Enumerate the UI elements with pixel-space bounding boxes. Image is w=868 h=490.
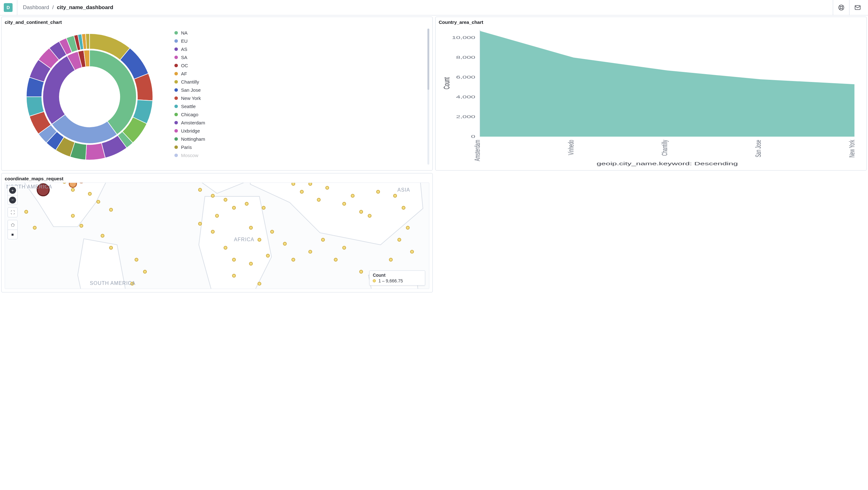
- legend-item[interactable]: San Jose: [175, 86, 429, 94]
- svg-point-31: [80, 224, 83, 227]
- svg-point-47: [198, 188, 202, 191]
- legend-swatch-icon: [175, 105, 178, 108]
- svg-point-34: [135, 258, 138, 261]
- svg-point-75: [394, 194, 397, 197]
- map-legend-row: 1 – 9,666.75: [373, 278, 403, 283]
- svg-point-51: [215, 214, 218, 217]
- legend-item[interactable]: NA: [175, 29, 429, 37]
- map-legend: Count 1 – 9,666.75: [369, 270, 425, 286]
- legend-swatch-icon: [175, 47, 178, 51]
- legend-item[interactable]: Paris: [175, 143, 429, 151]
- svg-point-52: [198, 222, 202, 225]
- svg-point-84: [283, 242, 286, 245]
- svg-text:Vinhedo: Vinhedo: [567, 140, 575, 155]
- map-legend-title: Count: [373, 273, 403, 277]
- legend-scrollbar[interactable]: [427, 29, 429, 165]
- legend-item[interactable]: EU: [175, 37, 429, 45]
- legend-swatch-icon: [175, 113, 178, 116]
- panel-country-area: Country_area_chart 02,0004,0006,0008,000…: [435, 17, 867, 170]
- legend-swatch-icon: [175, 31, 178, 35]
- mail-icon: [854, 4, 861, 11]
- svg-point-65: [309, 183, 312, 185]
- legend-label: OC: [181, 63, 188, 68]
- zoom-controls: + −: [7, 185, 18, 205]
- legend-item[interactable]: Uxbridge: [175, 127, 429, 135]
- legend-item[interactable]: Chantilly: [175, 77, 429, 86]
- svg-point-78: [398, 238, 401, 241]
- legend-swatch-icon: [175, 39, 178, 43]
- app-header: D Dashboard / city_name_dashboard: [0, 0, 868, 15]
- svg-point-81: [249, 226, 252, 229]
- svg-point-29: [110, 208, 113, 211]
- svg-point-85: [266, 254, 269, 257]
- legend-label: AS: [181, 46, 187, 52]
- svg-point-83: [271, 230, 274, 233]
- area-chart[interactable]: 02,0004,0006,0008,00010,000CountAmsterda…: [439, 26, 863, 167]
- svg-point-80: [390, 258, 393, 261]
- legend-label: Amsterdam: [181, 120, 205, 125]
- legend-item[interactable]: SA: [175, 53, 429, 61]
- svg-point-36: [131, 282, 134, 285]
- legend-item[interactable]: AF: [175, 69, 429, 77]
- app-logo[interactable]: D: [4, 3, 12, 12]
- svg-point-73: [376, 190, 380, 194]
- legend-item[interactable]: New York: [175, 94, 429, 102]
- legend-item[interactable]: AS: [175, 45, 429, 53]
- zoom-in-button[interactable]: +: [8, 186, 17, 195]
- panel-body[interactable]: NORTH AMERICA ASIA AFRICA SOUTH AMERICA …: [5, 183, 429, 289]
- svg-text:Chantilly: Chantilly: [660, 140, 669, 156]
- world-map[interactable]: [5, 183, 429, 289]
- svg-point-1: [840, 6, 842, 8]
- svg-line-3: [842, 6, 843, 7]
- legend-item[interactable]: Moscow: [175, 151, 429, 159]
- legend-swatch-icon: [175, 154, 178, 157]
- svg-point-87: [232, 274, 236, 277]
- svg-point-103: [69, 183, 76, 188]
- zoom-out-button[interactable]: −: [8, 195, 17, 204]
- map-legend-dot-icon: [373, 279, 376, 282]
- svg-point-88: [258, 282, 261, 285]
- svg-point-57: [262, 206, 265, 209]
- svg-point-101: [37, 184, 49, 196]
- donut-chart[interactable]: [5, 26, 175, 167]
- legend-label: SA: [181, 55, 187, 60]
- lifebuoy-icon: [838, 4, 845, 11]
- legend-item[interactable]: OC: [175, 61, 429, 69]
- breadcrumb-root[interactable]: Dashboard: [23, 4, 49, 11]
- svg-point-67: [326, 186, 329, 189]
- fit-bounds-button[interactable]: ⛶: [8, 208, 17, 217]
- help-button[interactable]: [833, 0, 849, 15]
- svg-point-25: [63, 183, 66, 184]
- svg-point-48: [211, 194, 214, 197]
- legend-swatch-icon: [175, 80, 178, 84]
- legend-item[interactable]: Nottingham: [175, 135, 429, 143]
- map-controls: + − ⛶ ⬠ ■: [7, 185, 18, 241]
- panel-title: Country_area_chart: [439, 20, 863, 25]
- header-divider: [17, 0, 17, 15]
- fit-control: ⛶: [7, 207, 18, 217]
- legend-swatch-icon: [175, 72, 178, 75]
- legend-label: Nottingham: [181, 136, 205, 142]
- draw-polygon-button[interactable]: ⬠: [8, 220, 17, 230]
- legend-item[interactable]: Amsterdam: [175, 119, 429, 127]
- svg-point-92: [321, 238, 324, 241]
- panel-body: 02,0004,0006,0008,00010,000CountAmsterda…: [439, 26, 863, 167]
- svg-point-50: [232, 206, 236, 209]
- chart-legend[interactable]: NAEUASSAOCAFChantillySan JoseNew YorkSea…: [175, 26, 429, 167]
- legend-item[interactable]: Chicago: [175, 110, 429, 119]
- legend-swatch-icon: [175, 129, 178, 133]
- svg-point-49: [224, 198, 227, 201]
- svg-point-77: [406, 226, 409, 229]
- panel-title: city_and_continent_chart: [5, 20, 429, 25]
- draw-rect-button[interactable]: ■: [8, 230, 17, 239]
- svg-text:geoip.city_name.keyword: Desce: geoip.city_name.keyword: Descending: [596, 161, 738, 166]
- svg-text:Amsterdam: Amsterdam: [473, 140, 482, 161]
- svg-point-69: [343, 202, 346, 205]
- legend-item[interactable]: Seattle: [175, 102, 429, 110]
- panel-city-continent: city_and_continent_chart NAEUASSAOCAFCha…: [1, 17, 433, 170]
- svg-point-91: [309, 250, 312, 253]
- feedback-button[interactable]: [849, 0, 866, 15]
- svg-point-56: [245, 202, 248, 205]
- legend-label: New York: [181, 96, 201, 101]
- svg-point-100: [25, 210, 28, 213]
